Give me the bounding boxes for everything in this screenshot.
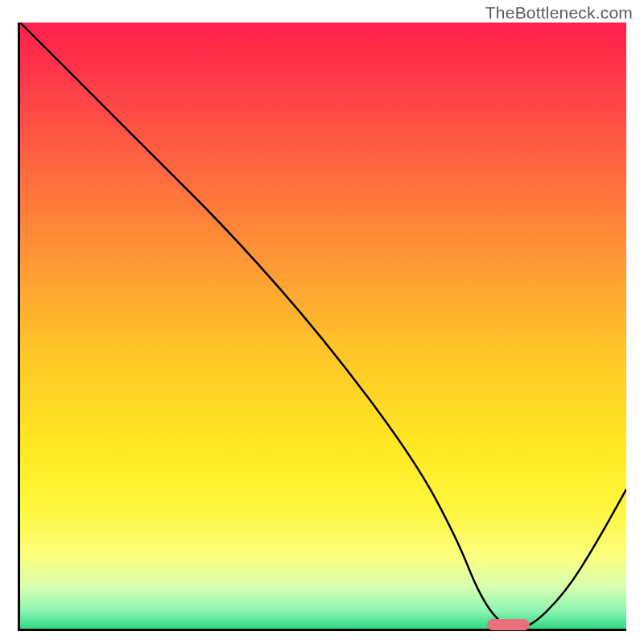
chart-container: TheBottleneck.com bbox=[0, 0, 644, 644]
watermark-text: TheBottleneck.com bbox=[485, 3, 633, 23]
background-gradient bbox=[20, 23, 626, 629]
optimal-range-marker bbox=[487, 619, 530, 630]
svg-rect-0 bbox=[20, 23, 626, 629]
plot-area bbox=[18, 23, 626, 631]
